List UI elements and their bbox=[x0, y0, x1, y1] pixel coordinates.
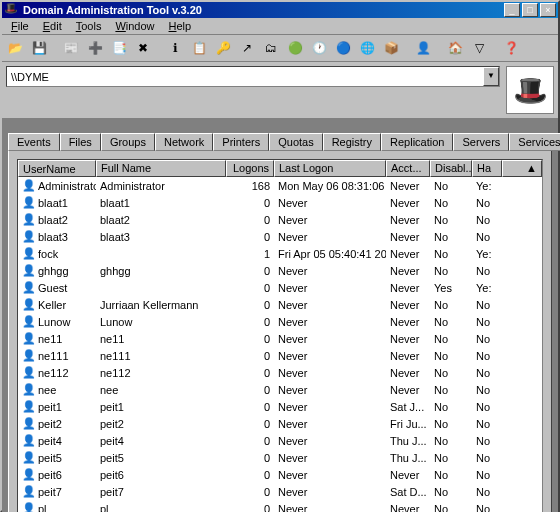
cell: Never bbox=[274, 231, 386, 243]
table-row[interactable]: 👤KellerJurriaan Kellermann0NeverNeverNoN… bbox=[18, 296, 542, 313]
toolbar-button[interactable]: 🕐 bbox=[308, 37, 330, 59]
cell: Never bbox=[386, 299, 430, 311]
cell: Never bbox=[274, 333, 386, 345]
tab-servers[interactable]: Servers bbox=[453, 133, 509, 151]
cell: 👤blaat2 bbox=[18, 213, 96, 227]
cell: No bbox=[430, 418, 472, 430]
table-row[interactable]: 👤peit7peit70NeverSat D...NoNo bbox=[18, 483, 542, 500]
table-row[interactable]: 👤fock1Fri Apr 05 05:40:41 2002NeverNoYe: bbox=[18, 245, 542, 262]
cell: 👤Keller bbox=[18, 298, 96, 312]
tab-files[interactable]: Files bbox=[60, 133, 101, 151]
toolbar-button[interactable]: 👤 bbox=[412, 37, 434, 59]
toolbar-button[interactable]: 📋 bbox=[188, 37, 210, 59]
cell: No bbox=[430, 384, 472, 396]
tab-printers[interactable]: Printers bbox=[213, 133, 269, 151]
table-row[interactable]: 👤peit5peit50NeverThu J...NoNo bbox=[18, 449, 542, 466]
tab-replication[interactable]: Replication bbox=[381, 133, 453, 151]
table-row[interactable]: 👤ghhggghhgg0NeverNeverNoNo bbox=[18, 262, 542, 279]
maximize-button[interactable]: □ bbox=[522, 3, 538, 17]
toolbar-button[interactable]: ➕ bbox=[84, 37, 106, 59]
cell: Fri Ju... bbox=[386, 418, 430, 430]
tab-network[interactable]: Network bbox=[155, 133, 213, 151]
tab-registry[interactable]: Registry bbox=[323, 133, 381, 151]
cell: Fri Apr 05 05:40:41 2002 bbox=[274, 248, 386, 260]
table-row[interactable]: 👤peit4peit40NeverThu J...NoNo bbox=[18, 432, 542, 449]
toolbar-button[interactable]: 🔑 bbox=[212, 37, 234, 59]
toolbar-button[interactable]: ❓ bbox=[500, 37, 522, 59]
menu-file[interactable]: File bbox=[4, 18, 36, 34]
tab-quotas[interactable]: Quotas bbox=[269, 133, 322, 151]
cell: No bbox=[430, 265, 472, 277]
cell: Never bbox=[386, 231, 430, 243]
toolbar-button[interactable]: ✖ bbox=[132, 37, 154, 59]
column-header[interactable]: Acct... bbox=[386, 160, 430, 177]
toolbar-button[interactable]: ↗ bbox=[236, 37, 258, 59]
cell: No bbox=[430, 503, 472, 513]
user-icon: 👤 bbox=[22, 349, 36, 363]
cell: 👤ghhgg bbox=[18, 264, 96, 278]
toolbar-button[interactable]: ▽ bbox=[468, 37, 490, 59]
cell: 👤peit5 bbox=[18, 451, 96, 465]
toolbar-button[interactable]: 🌐 bbox=[356, 37, 378, 59]
cell: 0 bbox=[226, 197, 274, 209]
tab-events[interactable]: Events bbox=[8, 133, 60, 151]
table-row[interactable]: 👤blaat1blaat10NeverNeverNoNo bbox=[18, 194, 542, 211]
user-icon: 👤 bbox=[22, 434, 36, 448]
app-logo: 🎩 bbox=[506, 66, 554, 114]
cell: peit1 bbox=[96, 401, 226, 413]
close-button[interactable]: × bbox=[540, 3, 556, 17]
table-row[interactable]: 👤plpl0NeverNeverNoNo bbox=[18, 500, 542, 512]
toolbar-button[interactable]: 📦 bbox=[380, 37, 402, 59]
toolbar-button[interactable]: 🗂 bbox=[260, 37, 282, 59]
table-row[interactable]: 👤Guest0NeverNeverYesYe: bbox=[18, 279, 542, 296]
table-row[interactable]: 👤peit6peit60NeverNeverNoNo bbox=[18, 466, 542, 483]
toolbar-button[interactable]: 🔵 bbox=[332, 37, 354, 59]
menu-edit[interactable]: Edit bbox=[36, 18, 69, 34]
toolbar-button[interactable]: 🏠 bbox=[444, 37, 466, 59]
menu-help[interactable]: Help bbox=[162, 18, 199, 34]
column-header[interactable]: Disabl... bbox=[430, 160, 472, 177]
cell: No bbox=[472, 367, 502, 379]
table-row[interactable]: 👤neenee0NeverNeverNoNo bbox=[18, 381, 542, 398]
table-row[interactable]: 👤blaat2blaat20NeverNeverNoNo bbox=[18, 211, 542, 228]
tab-strip: EventsFilesGroupsNetworkPrintersQuotasRe… bbox=[8, 132, 552, 150]
chevron-down-icon[interactable]: ▼ bbox=[483, 67, 499, 86]
cell: 0 bbox=[226, 299, 274, 311]
column-header[interactable]: Full Name bbox=[96, 160, 226, 177]
toolbar-button[interactable]: 📰 bbox=[60, 37, 82, 59]
list-rows[interactable]: 👤AdministratorAdministrator168Mon May 06… bbox=[18, 177, 542, 512]
toolbar-button[interactable]: ℹ bbox=[164, 37, 186, 59]
user-list[interactable]: UserNameFull NameLogonsLast LogonAcct...… bbox=[17, 159, 543, 512]
cell: Never bbox=[274, 486, 386, 498]
table-row[interactable]: 👤peit1peit10NeverSat J...NoNo bbox=[18, 398, 542, 415]
domain-input[interactable] bbox=[7, 67, 483, 86]
table-row[interactable]: 👤blaat3blaat30NeverNeverNoNo bbox=[18, 228, 542, 245]
table-row[interactable]: 👤ne11ne110NeverNeverNoNo bbox=[18, 330, 542, 347]
column-header[interactable]: Ha bbox=[472, 160, 502, 177]
column-headers[interactable]: UserNameFull NameLogonsLast LogonAcct...… bbox=[18, 160, 542, 177]
tab-services[interactable]: Services bbox=[509, 133, 560, 151]
table-row[interactable]: 👤AdministratorAdministrator168Mon May 06… bbox=[18, 177, 542, 194]
toolbar-button[interactable]: 📂 bbox=[4, 37, 26, 59]
cell: No bbox=[472, 452, 502, 464]
table-row[interactable]: 👤peit2peit20NeverFri Ju...NoNo bbox=[18, 415, 542, 432]
toolbar-button[interactable]: 📑 bbox=[108, 37, 130, 59]
column-header[interactable]: Last Logon bbox=[274, 160, 386, 177]
table-row[interactable]: 👤LunowLunow0NeverNeverNoNo bbox=[18, 313, 542, 330]
tab-groups[interactable]: Groups bbox=[101, 133, 155, 151]
domain-combo[interactable]: ▼ bbox=[6, 66, 500, 87]
toolbar-button[interactable]: 💾 bbox=[28, 37, 50, 59]
column-header[interactable]: UserName bbox=[18, 160, 96, 177]
column-header[interactable]: Logons bbox=[226, 160, 274, 177]
cell: 0 bbox=[226, 486, 274, 498]
cell: No bbox=[430, 180, 472, 192]
table-row[interactable]: 👤ne111ne1110NeverNeverNoNo bbox=[18, 347, 542, 364]
minimize-button[interactable]: _ bbox=[504, 3, 520, 17]
toolbar-button[interactable]: 🟢 bbox=[284, 37, 306, 59]
menu-tools[interactable]: Tools bbox=[69, 18, 109, 34]
cell: Never bbox=[274, 469, 386, 481]
menu-window[interactable]: Window bbox=[108, 18, 161, 34]
cell: Ye: bbox=[472, 282, 502, 294]
table-row[interactable]: 👤ne112ne1120NeverNeverNoNo bbox=[18, 364, 542, 381]
cell: 👤Lunow bbox=[18, 315, 96, 329]
